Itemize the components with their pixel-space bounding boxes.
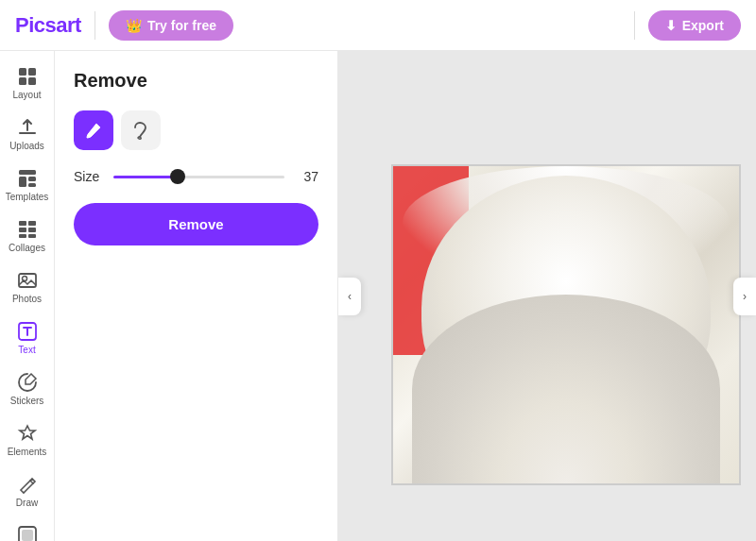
sidebar-label-stickers: Stickers <box>10 396 44 406</box>
logo: Picsart <box>15 13 81 38</box>
svg-rect-12 <box>19 234 26 238</box>
sidebar-item-collages[interactable]: Collages <box>4 211 51 259</box>
brush-tool-button[interactable] <box>74 110 113 150</box>
svg-rect-1 <box>28 68 36 76</box>
export-button[interactable]: ⬇ Export <box>648 10 741 41</box>
svg-rect-8 <box>19 221 26 226</box>
main-area: Layout Uploads Templates <box>0 51 756 541</box>
canvas-expand-button[interactable]: › <box>733 278 756 315</box>
remove-button[interactable]: Remove <box>74 203 318 245</box>
svg-rect-7 <box>28 183 36 187</box>
size-label: Size <box>74 169 102 184</box>
layout-icon <box>17 66 38 87</box>
download-icon: ⬇ <box>665 18 677 33</box>
canvas-image <box>391 164 741 485</box>
svg-rect-5 <box>19 177 26 187</box>
upload-icon <box>17 117 38 138</box>
sidebar-item-uploads[interactable]: Uploads <box>4 110 51 157</box>
sidebar-label-collages: Collages <box>9 243 45 253</box>
elements-icon <box>17 423 38 444</box>
dog-body <box>412 295 720 483</box>
lasso-tool-button[interactable] <box>121 110 161 150</box>
try-free-label: Try for free <box>147 18 216 33</box>
chevron-right-icon: › <box>743 290 747 303</box>
size-slider[interactable] <box>113 176 284 178</box>
photos-icon <box>17 270 38 291</box>
sidebar-label-photos: Photos <box>12 294 42 304</box>
sidebar-label-layout: Layout <box>12 90 41 100</box>
sidebar-item-templates[interactable]: Templates <box>4 161 51 208</box>
size-row: Size 37 <box>74 169 318 184</box>
try-for-free-button[interactable]: 👑 Try for free <box>109 10 233 41</box>
sidebar-label-text: Text <box>18 345 35 355</box>
sidebar-item-elements[interactable]: Elements <box>4 415 51 463</box>
sidebar-item-stickers[interactable]: Stickers <box>4 364 51 412</box>
dog-photo <box>391 164 741 485</box>
svg-rect-0 <box>19 68 26 76</box>
svg-rect-4 <box>19 170 36 175</box>
stickers-icon <box>17 372 38 393</box>
svg-rect-10 <box>19 228 26 232</box>
export-label: Export <box>682 18 724 33</box>
svg-rect-6 <box>28 177 36 181</box>
sidebar-item-background[interactable]: Background <box>4 517 51 541</box>
draw-icon <box>17 474 38 495</box>
tool-buttons <box>74 110 318 150</box>
svg-rect-2 <box>19 77 26 85</box>
sidebar: Layout Uploads Templates <box>0 51 55 541</box>
svg-rect-18 <box>22 530 33 541</box>
svg-rect-9 <box>28 221 36 226</box>
chevron-left-icon: ‹ <box>348 290 352 303</box>
background-icon <box>17 525 38 541</box>
tool-panel: Remove Size 37 Remove <box>55 51 338 541</box>
sidebar-label-uploads: Uploads <box>9 141 44 151</box>
sidebar-item-layout[interactable]: Layout <box>4 59 51 106</box>
svg-rect-11 <box>28 228 36 232</box>
svg-rect-13 <box>28 234 36 238</box>
svg-point-19 <box>88 134 92 138</box>
panel-title: Remove <box>74 70 318 92</box>
canvas-area: ‹ › <box>338 51 756 541</box>
collages-icon <box>17 219 38 240</box>
crown-icon: 👑 <box>126 18 142 33</box>
header-divider <box>94 11 95 40</box>
templates-icon <box>17 168 38 189</box>
sidebar-label-draw: Draw <box>16 498 38 508</box>
text-icon <box>17 321 38 342</box>
svg-rect-3 <box>28 77 36 85</box>
sidebar-item-photos[interactable]: Photos <box>4 262 51 310</box>
size-value: 37 <box>296 169 318 184</box>
sidebar-item-draw[interactable]: Draw <box>4 466 51 514</box>
sidebar-label-elements: Elements <box>8 447 47 457</box>
header-divider-right <box>634 11 635 40</box>
panel-collapse-button[interactable]: ‹ <box>338 278 361 315</box>
sidebar-item-text[interactable]: Text <box>4 313 51 361</box>
header: Picsart 👑 Try for free ⬇ Export <box>0 0 756 51</box>
sidebar-label-templates: Templates <box>6 192 49 202</box>
